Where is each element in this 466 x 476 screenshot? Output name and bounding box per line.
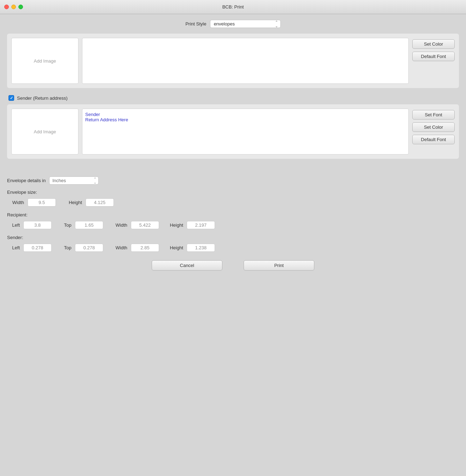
sender-fields-title: Sender: xyxy=(7,235,459,240)
sender-add-image-label: Add Image xyxy=(34,129,56,134)
sender-checkbox-row: Sender (Return address) xyxy=(7,95,459,101)
sender-left-input[interactable] xyxy=(23,244,52,252)
window-title: BCB: Print xyxy=(222,4,244,10)
recipient-top-input[interactable] xyxy=(75,221,103,229)
sender-top-input[interactable] xyxy=(75,244,103,252)
main-content: Print Style envelopes letters labels ⌃⌄ … xyxy=(0,14,466,169)
recipient-fields-row: Left Top Width Height xyxy=(7,221,459,229)
sender-left-label: Left xyxy=(7,245,20,250)
envelope-size-row: Width Height xyxy=(7,198,459,207)
envelope-width-label: Width xyxy=(7,200,24,205)
sender-fields-row: Left Top Width Height xyxy=(7,244,459,252)
sender-checkbox-label: Sender (Return address) xyxy=(17,95,68,101)
envelope-size-title: Envelope size: xyxy=(7,190,459,195)
minimize-button[interactable] xyxy=(11,5,16,9)
close-button[interactable] xyxy=(4,5,9,9)
recipient-add-image-label: Add Image xyxy=(34,58,56,64)
sender-set-font-button[interactable]: Set Font xyxy=(412,110,455,120)
print-style-select[interactable]: envelopes letters labels xyxy=(210,20,281,28)
sender-set-color-button[interactable]: Set Color xyxy=(412,122,455,132)
maximize-button[interactable] xyxy=(18,5,23,9)
sender-width-label: Width xyxy=(110,245,127,250)
sender-panel-buttons: Set Font Set Color Default Font xyxy=(412,109,455,155)
recipient-text-area[interactable] xyxy=(82,38,409,84)
recipient-width-input[interactable] xyxy=(131,221,159,229)
sender-text-line2: Return Address Here xyxy=(85,117,406,122)
recipient-default-font-button[interactable]: Default Font xyxy=(412,52,455,61)
unit-select-wrapper: Inches Centimeters Millimeters ⌃⌄ xyxy=(49,176,99,185)
recipient-left-input[interactable] xyxy=(23,221,52,229)
sender-default-font-button[interactable]: Default Font xyxy=(412,135,455,144)
details-section: Envelope details in Inches Centimeters M… xyxy=(0,172,466,281)
title-bar: BCB: Print xyxy=(0,0,466,14)
recipient-top-panel: Add Image Set Color Default Font xyxy=(7,34,459,88)
sender-height-input[interactable] xyxy=(187,244,215,252)
recipient-top-label: Top xyxy=(59,222,71,228)
sender-checkbox[interactable] xyxy=(8,95,14,101)
cancel-button[interactable]: Cancel xyxy=(152,260,222,271)
sender-text-line1: Sender xyxy=(85,112,406,117)
recipient-height-label: Height xyxy=(166,222,183,228)
sender-panel: Add Image Sender Return Address Here Set… xyxy=(7,104,459,159)
print-style-label: Print Style xyxy=(185,21,206,27)
recipient-top-buttons: Set Color Default Font xyxy=(412,38,455,84)
recipient-height-input[interactable] xyxy=(187,221,215,229)
sender-width-input[interactable] xyxy=(131,244,159,252)
sender-panel-inner: Add Image Sender Return Address Here Set… xyxy=(11,109,455,155)
print-style-row: Print Style envelopes letters labels ⌃⌄ xyxy=(7,20,459,28)
envelope-width-input[interactable] xyxy=(28,198,56,207)
envelope-details-row: Envelope details in Inches Centimeters M… xyxy=(7,176,459,185)
sender-height-label: Height xyxy=(166,245,183,250)
unit-select[interactable]: Inches Centimeters Millimeters xyxy=(49,176,99,185)
recipient-set-color-button[interactable]: Set Color xyxy=(412,39,455,49)
bottom-buttons: Cancel Print xyxy=(7,260,459,274)
sender-text-area[interactable]: Sender Return Address Here xyxy=(82,109,409,155)
print-style-select-wrapper: envelopes letters labels ⌃⌄ xyxy=(210,20,281,28)
envelope-height-input[interactable] xyxy=(86,198,114,207)
recipient-width-label: Width xyxy=(110,222,127,228)
sender-top-label: Top xyxy=(59,245,71,250)
recipient-fields-title: Recipient: xyxy=(7,212,459,217)
recipient-add-image-box[interactable]: Add Image xyxy=(11,38,78,84)
envelope-details-label: Envelope details in xyxy=(7,178,46,183)
recipient-top-panel-inner: Add Image Set Color Default Font xyxy=(11,38,455,84)
print-button[interactable]: Print xyxy=(244,260,314,271)
envelope-height-label: Height xyxy=(65,200,82,205)
sender-add-image-box[interactable]: Add Image xyxy=(11,109,78,155)
window-controls xyxy=(4,5,23,9)
recipient-left-label: Left xyxy=(7,222,20,228)
